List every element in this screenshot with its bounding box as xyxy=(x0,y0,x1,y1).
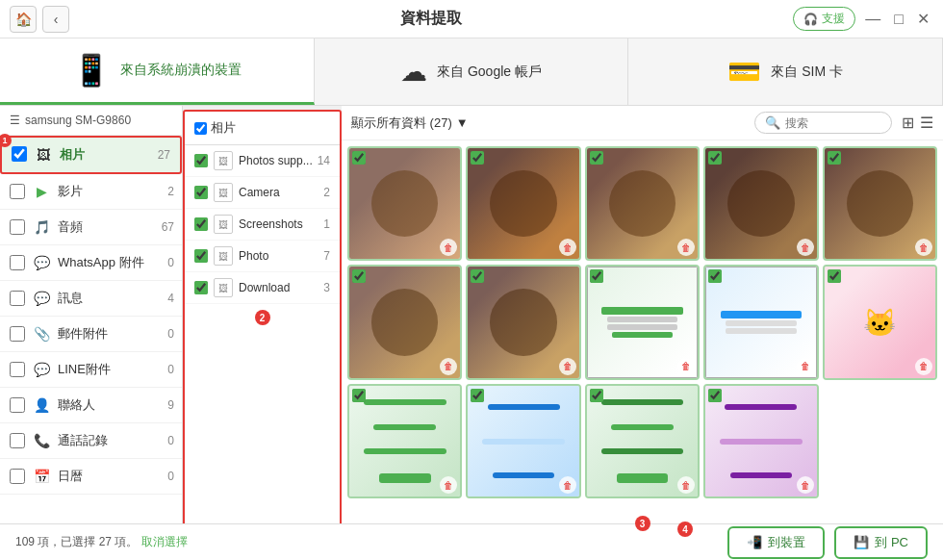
calendar-icon: 📅 xyxy=(31,466,52,487)
whatsapp-checkbox[interactable] xyxy=(10,255,25,270)
photo-checkbox-13[interactable] xyxy=(590,389,603,402)
photos-supp-checkbox[interactable] xyxy=(194,154,208,167)
photo-checkbox-7[interactable] xyxy=(471,269,484,283)
photo-checkbox-2[interactable] xyxy=(471,151,484,165)
maximize-button[interactable]: □ xyxy=(890,11,907,28)
bottom-bar: 109 項，已選擇 27 項。 取消選擇 4 📲 到裝置 💾 到 PC xyxy=(0,523,943,560)
photo-cell[interactable]: 🗑 xyxy=(703,384,818,498)
home-button[interactable]: 🏠 xyxy=(10,6,37,33)
photo-checkbox-14[interactable] xyxy=(708,389,722,402)
delete-icon-9[interactable]: 🗑 xyxy=(797,358,814,375)
mid-panel: 相片 🖼 Photos supp... 14 🖼 Camera 2 🖼 Scre… xyxy=(183,110,342,556)
videos-checkbox[interactable] xyxy=(10,184,25,199)
contacts-checkbox[interactable] xyxy=(10,397,25,413)
sidebar: ☰ samsung SM-G9860 🖼 相片 27 1 ▶ 影片 2 🎵 音頻… xyxy=(0,106,183,560)
mid-panel-header[interactable]: 相片 xyxy=(185,112,340,145)
sidebar-item-calls[interactable]: 📞 通話記錄 0 xyxy=(0,423,182,459)
mid-item-download[interactable]: 🖼 Download 3 xyxy=(185,272,340,304)
tab-sim-card[interactable]: 💳 來自 SIM 卡 xyxy=(628,38,943,105)
photo-cell[interactable]: 🗑 xyxy=(585,265,700,379)
calendar-checkbox[interactable] xyxy=(10,469,25,484)
mid-item-screenshots[interactable]: 🖼 Screenshots 1 xyxy=(185,209,340,241)
delete-icon-14[interactable]: 🗑 xyxy=(797,476,814,494)
tab-crashed-device[interactable]: 📱 來自系統崩潰的裝置 xyxy=(0,38,315,105)
photo-cell[interactable]: 🗑 xyxy=(347,384,462,498)
photo-cell[interactable]: 🗑 xyxy=(585,146,700,261)
photo-grid: 🗑 🗑 🗑 xyxy=(342,140,943,504)
sidebar-item-line[interactable]: 💬 LINE附件 0 xyxy=(0,352,182,388)
photo-cell[interactable]: 🗑 xyxy=(347,146,462,261)
photo-checkbox-6[interactable] xyxy=(352,269,366,283)
search-input[interactable] xyxy=(785,116,881,130)
photo-cell[interactable]: 🗑 xyxy=(703,265,818,379)
google-icon: ☁ xyxy=(400,56,427,88)
sidebar-item-videos[interactable]: ▶ 影片 2 xyxy=(0,174,182,210)
camera-checkbox[interactable] xyxy=(194,186,208,199)
photo-checkbox-3[interactable] xyxy=(590,151,603,165)
photo-cell[interactable]: 🗑 xyxy=(466,265,580,379)
photo-cell[interactable]: 🗑 xyxy=(347,265,462,379)
to-device-button[interactable]: 📲 到裝置 xyxy=(727,526,825,559)
photo-cell[interactable]: 🗑 xyxy=(823,146,937,261)
screenshots-checkbox[interactable] xyxy=(194,217,208,231)
photo-cell[interactable]: 🗑 xyxy=(585,384,700,498)
tab-google-label: 來自 Google 帳戶 xyxy=(437,64,542,81)
sidebar-item-audio[interactable]: 🎵 音頻 67 xyxy=(0,210,182,245)
badge-1: 1 xyxy=(0,134,12,147)
all-photos-checkbox[interactable] xyxy=(194,122,207,135)
audio-checkbox[interactable] xyxy=(10,219,25,235)
back-button[interactable]: ‹ xyxy=(42,6,69,33)
sidebar-item-messages[interactable]: 💬 訊息 4 xyxy=(0,281,182,317)
photo-checkbox[interactable] xyxy=(194,249,208,263)
list-view-icon[interactable]: ☰ xyxy=(920,114,933,132)
main-area: ☰ samsung SM-G9860 🖼 相片 27 1 ▶ 影片 2 🎵 音頻… xyxy=(0,106,943,560)
sidebar-item-calendar[interactable]: 📅 日暦 0 xyxy=(0,459,182,495)
mail-checkbox[interactable] xyxy=(10,326,25,342)
delete-icon-7[interactable]: 🗑 xyxy=(559,358,576,375)
badge-4: 4 xyxy=(677,522,693,537)
photo-checkbox-11[interactable] xyxy=(352,389,366,402)
photo-checkbox-8[interactable] xyxy=(590,269,603,283)
close-button[interactable]: ✕ xyxy=(913,10,933,28)
sidebar-item-whatsapp[interactable]: 💬 WhatsApp 附件 0 xyxy=(0,245,182,281)
photo-cell[interactable]: 🗑 xyxy=(703,146,818,261)
filter-dropdown[interactable]: 顯示所有資料 (27) ▼ xyxy=(351,115,469,132)
photo-cell[interactable]: 🐱 🗑 xyxy=(823,265,937,379)
title-bar-left: 🏠 ‹ xyxy=(10,6,69,33)
download-checkbox[interactable] xyxy=(194,281,208,294)
mid-item-photos-supp[interactable]: 🖼 Photos supp... 14 xyxy=(185,145,340,177)
photo-checkbox-12[interactable] xyxy=(471,389,484,402)
delete-icon-4[interactable]: 🗑 xyxy=(797,239,814,256)
device-label: ☰ samsung SM-G9860 xyxy=(0,106,182,136)
support-button[interactable]: 🎧 支援 xyxy=(793,7,855,31)
photo-checkbox-1[interactable] xyxy=(352,151,366,165)
crashed-device-icon: 📱 xyxy=(72,52,111,89)
sidebar-item-photos[interactable]: 🖼 相片 27 1 xyxy=(0,136,182,174)
sidebar-item-contacts[interactable]: 👤 聯絡人 9 xyxy=(0,388,182,423)
mid-item-photo[interactable]: 🖼 Photo 7 xyxy=(185,241,340,272)
photo-cell[interactable]: 🗑 xyxy=(466,384,580,498)
sidebar-item-mail[interactable]: 📎 郵件附件 0 xyxy=(0,317,182,352)
photo-checkbox-9[interactable] xyxy=(708,269,722,283)
calls-checkbox[interactable] xyxy=(10,433,25,448)
tab-google-account[interactable]: ☁ 來自 Google 帳戶 xyxy=(315,38,629,105)
photos-supp-icon: 🖼 xyxy=(214,151,233,170)
clear-selection-link[interactable]: 取消選擇 xyxy=(141,535,188,548)
mid-item-camera[interactable]: 🖼 Camera 2 xyxy=(185,177,340,209)
delete-icon-8[interactable]: 🗑 xyxy=(677,358,695,375)
delete-icon-12[interactable]: 🗑 xyxy=(559,476,576,494)
page-title: 資料提取 xyxy=(400,9,462,29)
photo-checkbox-4[interactable] xyxy=(708,151,722,165)
to-pc-button[interactable]: 💾 到 PC xyxy=(834,526,928,559)
photo-checkbox-10[interactable] xyxy=(828,269,841,283)
photo-checkbox-5[interactable] xyxy=(828,151,841,165)
messages-checkbox[interactable] xyxy=(10,291,25,306)
dropdown-arrow-icon: ▼ xyxy=(456,115,469,130)
minimize-button[interactable]: — xyxy=(861,11,884,28)
photo-cell[interactable]: 🗑 xyxy=(466,146,580,261)
delete-icon-10[interactable]: 🗑 xyxy=(915,358,932,375)
photos-checkbox[interactable] xyxy=(12,146,27,162)
headset-icon: 🎧 xyxy=(803,13,818,26)
line-checkbox[interactable] xyxy=(10,362,25,377)
grid-view-icon[interactable]: ⊞ xyxy=(902,114,914,132)
